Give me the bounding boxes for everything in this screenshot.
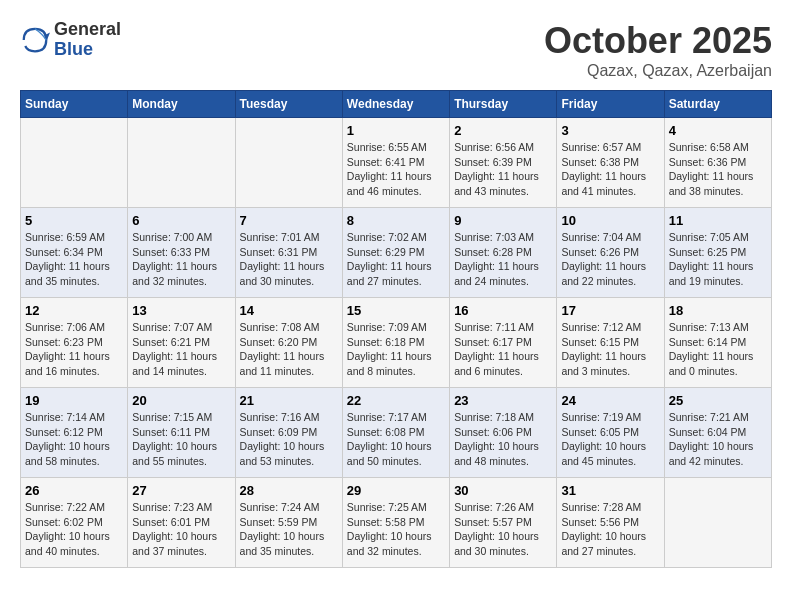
header-day: Tuesday [235, 91, 342, 118]
title-area: October 2025 Qazax, Qazax, Azerbaijan [544, 20, 772, 80]
calendar-cell: 8Sunrise: 7:02 AMSunset: 6:29 PMDaylight… [342, 208, 449, 298]
day-number: 6 [132, 213, 230, 228]
day-info: Sunrise: 7:13 AMSunset: 6:14 PMDaylight:… [669, 320, 767, 379]
day-info: Sunrise: 7:19 AMSunset: 6:05 PMDaylight:… [561, 410, 659, 469]
day-number: 29 [347, 483, 445, 498]
calendar-cell: 14Sunrise: 7:08 AMSunset: 6:20 PMDayligh… [235, 298, 342, 388]
day-info: Sunrise: 7:17 AMSunset: 6:08 PMDaylight:… [347, 410, 445, 469]
day-info: Sunrise: 7:03 AMSunset: 6:28 PMDaylight:… [454, 230, 552, 289]
day-info: Sunrise: 7:02 AMSunset: 6:29 PMDaylight:… [347, 230, 445, 289]
calendar-cell: 10Sunrise: 7:04 AMSunset: 6:26 PMDayligh… [557, 208, 664, 298]
header-day: Monday [128, 91, 235, 118]
calendar-cell: 6Sunrise: 7:00 AMSunset: 6:33 PMDaylight… [128, 208, 235, 298]
day-info: Sunrise: 6:59 AMSunset: 6:34 PMDaylight:… [25, 230, 123, 289]
calendar-cell: 13Sunrise: 7:07 AMSunset: 6:21 PMDayligh… [128, 298, 235, 388]
calendar-week-row: 26Sunrise: 7:22 AMSunset: 6:02 PMDayligh… [21, 478, 772, 568]
day-number: 19 [25, 393, 123, 408]
calendar-cell: 17Sunrise: 7:12 AMSunset: 6:15 PMDayligh… [557, 298, 664, 388]
day-number: 9 [454, 213, 552, 228]
header-row: SundayMondayTuesdayWednesdayThursdayFrid… [21, 91, 772, 118]
header-day: Sunday [21, 91, 128, 118]
day-info: Sunrise: 6:56 AMSunset: 6:39 PMDaylight:… [454, 140, 552, 199]
day-number: 21 [240, 393, 338, 408]
logo: General Blue [20, 20, 121, 60]
calendar-cell: 3Sunrise: 6:57 AMSunset: 6:38 PMDaylight… [557, 118, 664, 208]
logo-icon [20, 25, 50, 55]
day-number: 12 [25, 303, 123, 318]
day-info: Sunrise: 7:14 AMSunset: 6:12 PMDaylight:… [25, 410, 123, 469]
calendar-cell [21, 118, 128, 208]
day-number: 17 [561, 303, 659, 318]
day-info: Sunrise: 7:25 AMSunset: 5:58 PMDaylight:… [347, 500, 445, 559]
day-info: Sunrise: 7:28 AMSunset: 5:56 PMDaylight:… [561, 500, 659, 559]
month-title: October 2025 [544, 20, 772, 62]
day-info: Sunrise: 7:12 AMSunset: 6:15 PMDaylight:… [561, 320, 659, 379]
day-info: Sunrise: 7:06 AMSunset: 6:23 PMDaylight:… [25, 320, 123, 379]
calendar-cell [235, 118, 342, 208]
calendar-cell: 26Sunrise: 7:22 AMSunset: 6:02 PMDayligh… [21, 478, 128, 568]
calendar-cell: 20Sunrise: 7:15 AMSunset: 6:11 PMDayligh… [128, 388, 235, 478]
calendar-week-row: 19Sunrise: 7:14 AMSunset: 6:12 PMDayligh… [21, 388, 772, 478]
logo-blue: Blue [54, 40, 121, 60]
day-number: 3 [561, 123, 659, 138]
calendar-cell: 5Sunrise: 6:59 AMSunset: 6:34 PMDaylight… [21, 208, 128, 298]
day-number: 16 [454, 303, 552, 318]
calendar-cell: 4Sunrise: 6:58 AMSunset: 6:36 PMDaylight… [664, 118, 771, 208]
day-info: Sunrise: 6:55 AMSunset: 6:41 PMDaylight:… [347, 140, 445, 199]
calendar-cell [664, 478, 771, 568]
day-number: 11 [669, 213, 767, 228]
day-number: 5 [25, 213, 123, 228]
calendar-cell: 12Sunrise: 7:06 AMSunset: 6:23 PMDayligh… [21, 298, 128, 388]
calendar-cell: 28Sunrise: 7:24 AMSunset: 5:59 PMDayligh… [235, 478, 342, 568]
day-info: Sunrise: 7:05 AMSunset: 6:25 PMDaylight:… [669, 230, 767, 289]
logo-general: General [54, 20, 121, 40]
day-info: Sunrise: 7:16 AMSunset: 6:09 PMDaylight:… [240, 410, 338, 469]
calendar-cell: 2Sunrise: 6:56 AMSunset: 6:39 PMDaylight… [450, 118, 557, 208]
day-number: 10 [561, 213, 659, 228]
day-info: Sunrise: 7:21 AMSunset: 6:04 PMDaylight:… [669, 410, 767, 469]
day-number: 26 [25, 483, 123, 498]
calendar-week-row: 1Sunrise: 6:55 AMSunset: 6:41 PMDaylight… [21, 118, 772, 208]
header-day: Friday [557, 91, 664, 118]
calendar-cell: 19Sunrise: 7:14 AMSunset: 6:12 PMDayligh… [21, 388, 128, 478]
calendar-cell: 31Sunrise: 7:28 AMSunset: 5:56 PMDayligh… [557, 478, 664, 568]
calendar-cell: 9Sunrise: 7:03 AMSunset: 6:28 PMDaylight… [450, 208, 557, 298]
calendar-cell: 1Sunrise: 6:55 AMSunset: 6:41 PMDaylight… [342, 118, 449, 208]
day-number: 30 [454, 483, 552, 498]
day-number: 1 [347, 123, 445, 138]
location-subtitle: Qazax, Qazax, Azerbaijan [544, 62, 772, 80]
day-info: Sunrise: 7:18 AMSunset: 6:06 PMDaylight:… [454, 410, 552, 469]
day-info: Sunrise: 7:22 AMSunset: 6:02 PMDaylight:… [25, 500, 123, 559]
page-header: General Blue October 2025 Qazax, Qazax, … [20, 20, 772, 80]
day-number: 7 [240, 213, 338, 228]
calendar-table: SundayMondayTuesdayWednesdayThursdayFrid… [20, 90, 772, 568]
day-info: Sunrise: 6:57 AMSunset: 6:38 PMDaylight:… [561, 140, 659, 199]
day-number: 4 [669, 123, 767, 138]
header-day: Saturday [664, 91, 771, 118]
day-info: Sunrise: 7:24 AMSunset: 5:59 PMDaylight:… [240, 500, 338, 559]
calendar-cell: 16Sunrise: 7:11 AMSunset: 6:17 PMDayligh… [450, 298, 557, 388]
calendar-cell: 18Sunrise: 7:13 AMSunset: 6:14 PMDayligh… [664, 298, 771, 388]
day-info: Sunrise: 7:15 AMSunset: 6:11 PMDaylight:… [132, 410, 230, 469]
calendar-cell: 15Sunrise: 7:09 AMSunset: 6:18 PMDayligh… [342, 298, 449, 388]
day-info: Sunrise: 7:09 AMSunset: 6:18 PMDaylight:… [347, 320, 445, 379]
logo-text: General Blue [54, 20, 121, 60]
calendar-cell: 21Sunrise: 7:16 AMSunset: 6:09 PMDayligh… [235, 388, 342, 478]
day-number: 28 [240, 483, 338, 498]
calendar-cell: 24Sunrise: 7:19 AMSunset: 6:05 PMDayligh… [557, 388, 664, 478]
day-info: Sunrise: 7:07 AMSunset: 6:21 PMDaylight:… [132, 320, 230, 379]
day-number: 8 [347, 213, 445, 228]
day-number: 23 [454, 393, 552, 408]
day-info: Sunrise: 6:58 AMSunset: 6:36 PMDaylight:… [669, 140, 767, 199]
day-number: 18 [669, 303, 767, 318]
header-day: Wednesday [342, 91, 449, 118]
day-info: Sunrise: 7:00 AMSunset: 6:33 PMDaylight:… [132, 230, 230, 289]
day-number: 25 [669, 393, 767, 408]
day-info: Sunrise: 7:23 AMSunset: 6:01 PMDaylight:… [132, 500, 230, 559]
calendar-cell: 11Sunrise: 7:05 AMSunset: 6:25 PMDayligh… [664, 208, 771, 298]
day-number: 22 [347, 393, 445, 408]
day-info: Sunrise: 7:01 AMSunset: 6:31 PMDaylight:… [240, 230, 338, 289]
day-number: 13 [132, 303, 230, 318]
day-info: Sunrise: 7:04 AMSunset: 6:26 PMDaylight:… [561, 230, 659, 289]
day-number: 14 [240, 303, 338, 318]
